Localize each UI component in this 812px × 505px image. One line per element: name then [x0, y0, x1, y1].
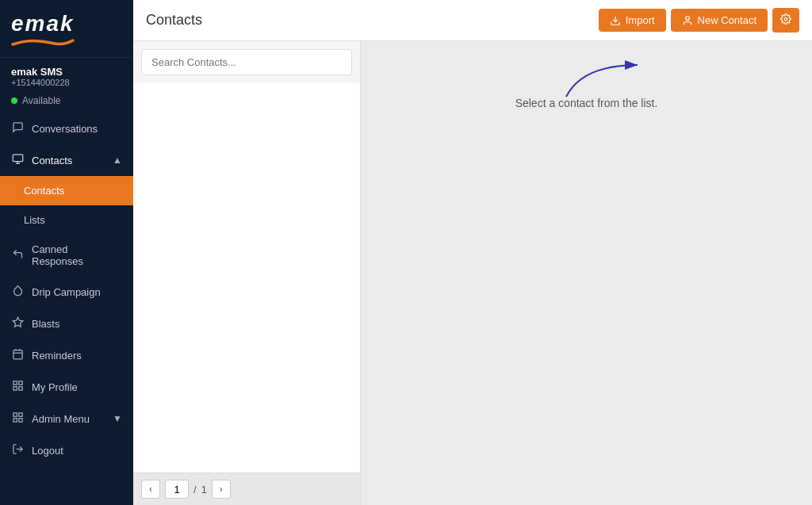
nav-section: Conversations Contacts ▲ Contacts Lists …: [0, 113, 133, 505]
svg-rect-10: [13, 387, 16, 390]
sidebar-item-drip-campaign[interactable]: Drip Campaign: [0, 276, 133, 308]
sidebar-item-canned-responses[interactable]: Canned Responses: [0, 235, 133, 276]
sidebar-item-lists[interactable]: Lists: [0, 205, 133, 235]
sidebar-item-label: My Profile: [32, 381, 78, 393]
sidebar-item-label: Reminders: [32, 350, 82, 362]
account-phone: +15144000228: [11, 78, 122, 87]
svg-marker-3: [13, 317, 23, 327]
sidebar-item-label: Logout: [32, 445, 63, 457]
svg-rect-8: [13, 381, 16, 384]
new-contact-icon: [682, 15, 693, 26]
contact-detail-panel: Select a contact from the list.: [361, 41, 812, 505]
sidebar: emak emak SMS +15144000228 Available Con…: [0, 0, 133, 505]
page-title: Contacts: [146, 12, 202, 29]
canned-responses-icon: [11, 248, 24, 262]
contacts-list: [133, 83, 360, 472]
search-bar: [133, 41, 360, 83]
reminders-icon: [11, 348, 24, 362]
search-input[interactable]: [141, 49, 352, 75]
main-area: Contacts Import New Contact ‹: [133, 0, 812, 505]
status-area: Available: [0, 92, 133, 113]
account-area: emak SMS +15144000228: [0, 58, 133, 92]
sidebar-item-label: Conversations: [32, 123, 98, 135]
logo: emak: [11, 13, 75, 49]
contacts-list-panel: ‹ / 1 ›: [133, 41, 361, 505]
sidebar-item-label: Blasts: [32, 318, 59, 330]
arrow-icon: [558, 57, 653, 105]
sidebar-item-blasts[interactable]: Blasts: [0, 308, 133, 339]
admin-menu-icon: [11, 411, 24, 426]
new-contact-button[interactable]: New Contact: [671, 9, 768, 32]
sidebar-item-label: Contacts: [24, 185, 64, 197]
sidebar-item-contacts[interactable]: Contacts: [0, 176, 133, 205]
sidebar-item-conversations[interactable]: Conversations: [0, 113, 133, 144]
sidebar-item-label: Contacts: [32, 155, 72, 166]
arrow-container: [558, 57, 653, 108]
current-page-input[interactable]: [165, 480, 189, 499]
sidebar-item-my-profile[interactable]: My Profile: [0, 371, 133, 403]
svg-point-18: [685, 16, 689, 20]
logo-swoosh-icon: [11, 36, 75, 46]
sidebar-item-label: Admin Menu: [32, 413, 90, 425]
import-button[interactable]: Import: [599, 9, 666, 32]
import-button-label: Import: [626, 14, 655, 26]
svg-rect-0: [13, 155, 23, 162]
topbar: Contacts Import New Contact: [133, 0, 812, 41]
page-separator: /: [193, 484, 197, 495]
account-name: emak SMS: [11, 66, 122, 78]
pagination-bar: ‹ / 1 ›: [133, 472, 360, 505]
my-profile-icon: [11, 380, 24, 394]
content-area: ‹ / 1 › Select a contact: [133, 41, 812, 505]
svg-rect-14: [13, 419, 16, 422]
logo-text: emak: [11, 13, 75, 35]
sidebar-item-admin-menu[interactable]: Admin Menu ▼: [0, 403, 133, 434]
chevron-up-icon: ▲: [113, 155, 122, 166]
svg-rect-13: [18, 413, 21, 416]
sidebar-item-contacts-parent[interactable]: Contacts ▲: [0, 144, 133, 176]
logo-area: emak: [0, 0, 133, 58]
svg-rect-9: [18, 381, 21, 384]
contacts-parent-icon: [11, 153, 24, 167]
conversations-icon: [11, 121, 24, 136]
total-pages: 1: [201, 484, 207, 495]
status-dot-icon: [11, 98, 17, 104]
gear-icon: [780, 13, 791, 25]
sidebar-item-label: Canned Responses: [32, 243, 122, 267]
svg-rect-11: [18, 387, 21, 390]
chevron-down-icon: ▼: [113, 413, 122, 424]
next-page-button[interactable]: ›: [212, 480, 231, 499]
sidebar-item-label: Drip Campaign: [32, 286, 101, 298]
svg-point-19: [784, 17, 787, 21]
topbar-actions: Import New Contact: [599, 8, 799, 33]
status-text: Available: [22, 95, 60, 106]
sidebar-item-logout[interactable]: Logout: [0, 434, 133, 466]
sidebar-item-reminders[interactable]: Reminders: [0, 339, 133, 371]
prev-page-button[interactable]: ‹: [141, 480, 160, 499]
import-icon: [610, 15, 621, 26]
svg-rect-12: [13, 413, 16, 416]
blasts-icon: [11, 316, 24, 331]
settings-button[interactable]: [772, 8, 799, 33]
svg-rect-15: [18, 419, 21, 422]
new-contact-button-label: New Contact: [698, 14, 756, 26]
svg-rect-4: [13, 350, 21, 359]
logout-icon: [11, 443, 24, 457]
drip-campaign-icon: [11, 285, 24, 299]
sidebar-item-label: Lists: [24, 214, 45, 226]
